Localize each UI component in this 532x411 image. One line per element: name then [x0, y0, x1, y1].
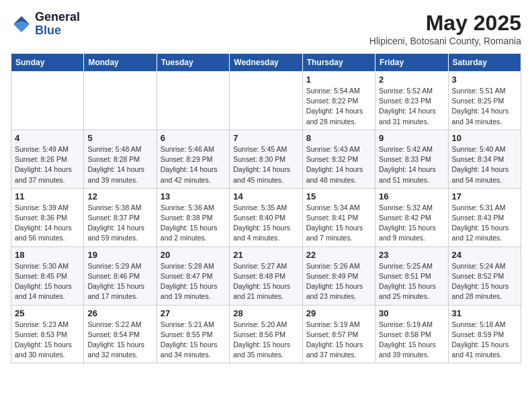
- day-number: 13: [161, 191, 226, 201]
- day-number: 21: [233, 250, 298, 260]
- day-number: 20: [161, 250, 226, 260]
- calendar-cell: 14Sunrise: 5:35 AMSunset: 8:40 PMDayligh…: [230, 188, 302, 246]
- calendar-cell: 2Sunrise: 5:52 AMSunset: 8:23 PMDaylight…: [375, 72, 448, 130]
- day-info: Sunrise: 5:45 AMSunset: 8:30 PMDaylight:…: [233, 144, 298, 185]
- calendar-cell: 11Sunrise: 5:39 AMSunset: 8:36 PMDayligh…: [11, 188, 84, 246]
- calendar-week-row: 1Sunrise: 5:54 AMSunset: 8:22 PMDaylight…: [11, 72, 521, 130]
- calendar-cell: 22Sunrise: 5:26 AMSunset: 8:49 PMDayligh…: [302, 246, 375, 305]
- calendar-week-row: 25Sunrise: 5:23 AMSunset: 8:53 PMDayligh…: [11, 305, 521, 363]
- day-info: Sunrise: 5:19 AMSunset: 8:58 PMDaylight:…: [379, 320, 444, 361]
- day-number: 23: [379, 250, 444, 260]
- day-info: Sunrise: 5:23 AMSunset: 8:53 PMDaylight:…: [15, 320, 80, 361]
- day-info: Sunrise: 5:49 AMSunset: 8:26 PMDaylight:…: [15, 144, 80, 185]
- day-number: 28: [233, 308, 298, 318]
- day-info: Sunrise: 5:31 AMSunset: 8:43 PMDaylight:…: [452, 203, 517, 244]
- page-header: General Blue May 2025 Hlipiceni, Botosan…: [11, 11, 521, 46]
- calendar-cell: 25Sunrise: 5:23 AMSunset: 8:53 PMDayligh…: [11, 305, 84, 363]
- calendar-cell: 5Sunrise: 5:48 AMSunset: 8:28 PMDaylight…: [84, 130, 157, 188]
- day-info: Sunrise: 5:24 AMSunset: 8:52 PMDaylight:…: [452, 261, 517, 302]
- calendar-cell: 23Sunrise: 5:25 AMSunset: 8:51 PMDayligh…: [375, 246, 448, 305]
- location-subtitle: Hlipiceni, Botosani County, Romania: [369, 36, 521, 46]
- day-info: Sunrise: 5:34 AMSunset: 8:41 PMDaylight:…: [306, 203, 371, 244]
- day-number: 10: [452, 133, 517, 143]
- calendar-header-cell: Saturday: [448, 54, 521, 72]
- calendar-cell: [157, 72, 229, 130]
- day-number: 16: [379, 191, 444, 201]
- day-number: 30: [379, 308, 444, 318]
- logo: General Blue: [11, 11, 80, 38]
- day-number: 27: [161, 308, 226, 318]
- calendar-cell: 17Sunrise: 5:31 AMSunset: 8:43 PMDayligh…: [448, 188, 521, 246]
- calendar-cell: 1Sunrise: 5:54 AMSunset: 8:22 PMDaylight…: [302, 72, 375, 130]
- calendar-cell: 6Sunrise: 5:46 AMSunset: 8:29 PMDaylight…: [157, 130, 229, 188]
- calendar-cell: 19Sunrise: 5:29 AMSunset: 8:46 PMDayligh…: [84, 246, 157, 305]
- calendar-cell: 15Sunrise: 5:34 AMSunset: 8:41 PMDayligh…: [302, 188, 375, 246]
- day-info: Sunrise: 5:26 AMSunset: 8:49 PMDaylight:…: [306, 261, 371, 302]
- month-year-title: May 2025: [369, 11, 521, 36]
- day-info: Sunrise: 5:27 AMSunset: 8:48 PMDaylight:…: [233, 261, 298, 302]
- day-info: Sunrise: 5:18 AMSunset: 8:59 PMDaylight:…: [452, 320, 517, 361]
- day-number: 14: [233, 191, 298, 201]
- day-number: 26: [87, 308, 152, 318]
- calendar-cell: 31Sunrise: 5:18 AMSunset: 8:59 PMDayligh…: [448, 305, 521, 363]
- day-info: Sunrise: 5:28 AMSunset: 8:47 PMDaylight:…: [161, 261, 226, 302]
- calendar-cell: 8Sunrise: 5:43 AMSunset: 8:32 PMDaylight…: [302, 130, 375, 188]
- logo-icon: [11, 13, 32, 35]
- calendar-cell: 16Sunrise: 5:32 AMSunset: 8:42 PMDayligh…: [375, 188, 448, 246]
- day-info: Sunrise: 5:30 AMSunset: 8:45 PMDaylight:…: [15, 261, 80, 302]
- day-info: Sunrise: 5:20 AMSunset: 8:56 PMDaylight:…: [233, 320, 298, 361]
- day-info: Sunrise: 5:35 AMSunset: 8:40 PMDaylight:…: [233, 203, 298, 244]
- calendar-cell: 28Sunrise: 5:20 AMSunset: 8:56 PMDayligh…: [230, 305, 302, 363]
- day-info: Sunrise: 5:25 AMSunset: 8:51 PMDaylight:…: [379, 261, 444, 302]
- logo-general-text: General: [35, 11, 80, 24]
- day-number: 18: [15, 250, 80, 260]
- calendar-cell: 12Sunrise: 5:38 AMSunset: 8:37 PMDayligh…: [84, 188, 157, 246]
- calendar-cell: 4Sunrise: 5:49 AMSunset: 8:26 PMDaylight…: [11, 130, 84, 188]
- day-info: Sunrise: 5:22 AMSunset: 8:54 PMDaylight:…: [87, 320, 152, 361]
- day-number: 2: [379, 75, 444, 85]
- calendar-cell: 21Sunrise: 5:27 AMSunset: 8:48 PMDayligh…: [230, 246, 302, 305]
- day-number: 3: [452, 75, 517, 85]
- day-number: 17: [452, 191, 517, 201]
- calendar-cell: 9Sunrise: 5:42 AMSunset: 8:33 PMDaylight…: [375, 130, 448, 188]
- day-number: 31: [452, 308, 517, 318]
- day-number: 22: [306, 250, 371, 260]
- calendar-header-cell: Sunday: [11, 54, 84, 72]
- calendar-header-cell: Tuesday: [157, 54, 229, 72]
- day-number: 6: [161, 133, 226, 143]
- day-info: Sunrise: 5:51 AMSunset: 8:25 PMDaylight:…: [452, 86, 517, 127]
- day-info: Sunrise: 5:40 AMSunset: 8:34 PMDaylight:…: [452, 144, 517, 185]
- calendar-header-cell: Friday: [375, 54, 448, 72]
- calendar-header-cell: Monday: [84, 54, 157, 72]
- day-number: 4: [15, 133, 80, 143]
- day-info: Sunrise: 5:48 AMSunset: 8:28 PMDaylight:…: [87, 144, 152, 185]
- day-info: Sunrise: 5:54 AMSunset: 8:22 PMDaylight:…: [306, 86, 371, 127]
- calendar-header-row: SundayMondayTuesdayWednesdayThursdayFrid…: [11, 54, 521, 72]
- day-info: Sunrise: 5:36 AMSunset: 8:38 PMDaylight:…: [161, 203, 226, 244]
- calendar-cell: 7Sunrise: 5:45 AMSunset: 8:30 PMDaylight…: [230, 130, 302, 188]
- day-number: 29: [306, 308, 371, 318]
- calendar-cell: 27Sunrise: 5:21 AMSunset: 8:55 PMDayligh…: [157, 305, 229, 363]
- day-info: Sunrise: 5:52 AMSunset: 8:23 PMDaylight:…: [379, 86, 444, 127]
- day-number: 15: [306, 191, 371, 201]
- calendar-header-cell: Thursday: [302, 54, 375, 72]
- day-number: 1: [306, 75, 371, 85]
- day-number: 25: [15, 308, 80, 318]
- day-info: Sunrise: 5:43 AMSunset: 8:32 PMDaylight:…: [306, 144, 371, 185]
- day-info: Sunrise: 5:38 AMSunset: 8:37 PMDaylight:…: [87, 203, 152, 244]
- day-info: Sunrise: 5:29 AMSunset: 8:46 PMDaylight:…: [87, 261, 152, 302]
- day-info: Sunrise: 5:19 AMSunset: 8:57 PMDaylight:…: [306, 320, 371, 361]
- day-number: 11: [15, 191, 80, 201]
- logo-blue-text: Blue: [35, 24, 80, 38]
- calendar-cell: 24Sunrise: 5:24 AMSunset: 8:52 PMDayligh…: [448, 246, 521, 305]
- calendar-table: SundayMondayTuesdayWednesdayThursdayFrid…: [11, 53, 521, 363]
- calendar-cell: 13Sunrise: 5:36 AMSunset: 8:38 PMDayligh…: [157, 188, 229, 246]
- calendar-cell: 10Sunrise: 5:40 AMSunset: 8:34 PMDayligh…: [448, 130, 521, 188]
- day-info: Sunrise: 5:46 AMSunset: 8:29 PMDaylight:…: [161, 144, 226, 185]
- calendar-cell: 18Sunrise: 5:30 AMSunset: 8:45 PMDayligh…: [11, 246, 84, 305]
- day-number: 19: [87, 250, 152, 260]
- day-number: 5: [87, 133, 152, 143]
- day-info: Sunrise: 5:21 AMSunset: 8:55 PMDaylight:…: [161, 320, 226, 361]
- calendar-cell: [84, 72, 157, 130]
- title-block: May 2025 Hlipiceni, Botosani County, Rom…: [369, 11, 521, 46]
